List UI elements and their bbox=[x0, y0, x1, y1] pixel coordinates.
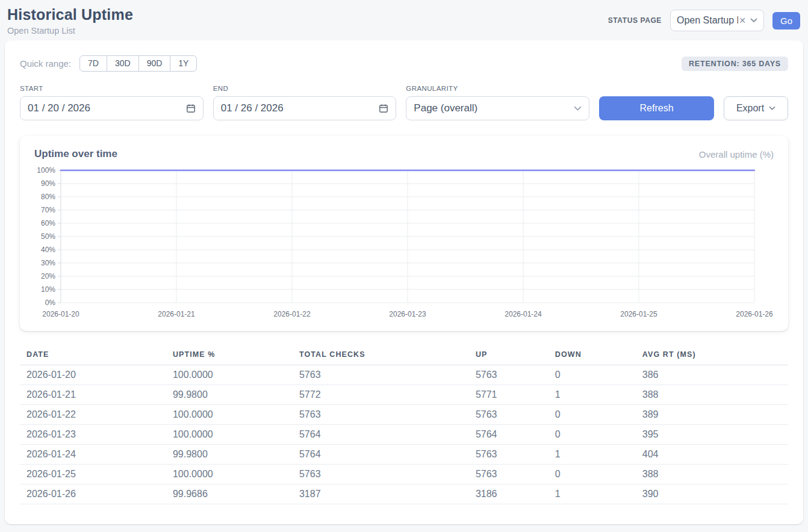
y-axis-label: 40% bbox=[41, 246, 55, 254]
table-cell: 404 bbox=[636, 445, 788, 465]
uptime-table: DATEUPTIME %TOTAL CHECKSUPDOWNAVG RT (MS… bbox=[20, 347, 788, 504]
export-button-label: Export bbox=[736, 103, 764, 114]
y-axis-label: 30% bbox=[41, 259, 55, 267]
table-cell: 100.0000 bbox=[166, 465, 293, 484]
start-date-value: 01 / 20 / 2026 bbox=[28, 102, 90, 114]
chevron-down-icon bbox=[574, 106, 582, 111]
table-row: 2026-01-25100.0000576357630388 bbox=[20, 465, 788, 484]
table-cell: 2026-01-25 bbox=[20, 465, 166, 484]
table-cell: 5771 bbox=[469, 385, 549, 405]
table-cell: 100.0000 bbox=[166, 405, 293, 425]
refresh-button[interactable]: Refresh bbox=[599, 96, 714, 120]
table-cell: 5763 bbox=[293, 405, 469, 425]
y-axis-label: 100% bbox=[37, 166, 55, 175]
table-cell: 390 bbox=[636, 484, 788, 504]
calendar-icon[interactable] bbox=[379, 104, 388, 113]
start-date-field: START 01 / 20 / 2026 bbox=[20, 85, 204, 120]
table-cell: 0 bbox=[549, 405, 636, 425]
table-cell: 2026-01-20 bbox=[20, 365, 166, 385]
start-date-input[interactable]: 01 / 20 / 2026 bbox=[20, 96, 204, 120]
uptime-table-body: 2026-01-20100.00005763576303862026-01-21… bbox=[20, 365, 788, 504]
table-header-row: DATEUPTIME %TOTAL CHECKSUPDOWNAVG RT (MS… bbox=[20, 347, 788, 365]
quick-range-7d-button[interactable]: 7D bbox=[79, 55, 107, 72]
quick-range-label: Quick range: bbox=[20, 58, 71, 69]
table-column-header: UP bbox=[469, 347, 549, 365]
table-cell: 1 bbox=[549, 484, 636, 504]
quick-range-90d-button[interactable]: 90D bbox=[138, 55, 171, 72]
end-date-input[interactable]: 01 / 26 / 2026 bbox=[213, 96, 397, 120]
table-cell: 2026-01-23 bbox=[20, 425, 166, 445]
chart-title: Uptime over time bbox=[34, 148, 117, 160]
y-axis-label: 70% bbox=[41, 206, 55, 214]
export-button[interactable]: Export bbox=[724, 96, 788, 120]
y-axis-label: 60% bbox=[41, 219, 55, 227]
table-cell: 5763 bbox=[293, 365, 469, 385]
table-cell: 1 bbox=[549, 445, 636, 465]
page-title: Historical Uptime bbox=[7, 6, 133, 23]
status-page-label: STATUS PAGE bbox=[608, 16, 662, 25]
granularity-value: Page (overall) bbox=[414, 102, 477, 114]
quick-range-1y-button[interactable]: 1Y bbox=[170, 55, 197, 72]
main-panel: Quick range: 7D 30D 90D 1Y RETENTION: 36… bbox=[5, 40, 803, 524]
y-axis-label: 0% bbox=[45, 298, 56, 307]
table-cell: 395 bbox=[636, 425, 788, 445]
table-cell: 0 bbox=[549, 365, 636, 385]
x-axis-label: 2026-01-22 bbox=[273, 310, 311, 318]
start-label: START bbox=[20, 85, 204, 92]
table-cell: 2026-01-21 bbox=[20, 385, 166, 405]
retention-badge: RETENTION: 365 DAYS bbox=[682, 57, 788, 71]
table-cell: 2026-01-24 bbox=[20, 445, 166, 465]
table-column-header: AVG RT (MS) bbox=[636, 347, 788, 365]
table-cell: 5764 bbox=[469, 425, 549, 445]
status-page-select-value: Open Startup List bbox=[677, 15, 738, 26]
table-cell: 5763 bbox=[469, 465, 549, 484]
y-axis-label: 90% bbox=[41, 179, 55, 188]
x-axis-label: 2026-01-21 bbox=[158, 310, 195, 318]
page-header: Historical Uptime Open Startup List STAT… bbox=[0, 0, 808, 36]
y-axis-label: 20% bbox=[41, 272, 55, 280]
table-cell: 3187 bbox=[293, 484, 469, 504]
table-row: 2026-01-2699.9686318731861390 bbox=[20, 484, 788, 504]
table-cell: 99.9686 bbox=[166, 484, 293, 504]
go-button[interactable]: Go bbox=[772, 12, 800, 29]
table-cell: 5763 bbox=[469, 405, 549, 425]
end-label: END bbox=[213, 85, 397, 92]
table-column-header: TOTAL CHECKS bbox=[293, 347, 469, 365]
table-cell: 5763 bbox=[469, 445, 549, 465]
clear-selection-icon[interactable]: ✕ bbox=[739, 16, 746, 25]
status-page-controls: STATUS PAGE Open Startup List ✕ Go bbox=[608, 10, 800, 31]
table-row: 2026-01-20100.0000576357630386 bbox=[20, 365, 788, 385]
chart-legend: Overall uptime (%) bbox=[699, 149, 774, 159]
table-cell: 5764 bbox=[293, 425, 469, 445]
page-subtitle: Open Startup List bbox=[7, 26, 133, 36]
chevron-down-icon bbox=[750, 18, 757, 23]
y-axis-label: 50% bbox=[41, 232, 55, 241]
table-cell: 386 bbox=[636, 365, 788, 385]
table-cell: 5763 bbox=[293, 465, 469, 484]
table-cell: 2026-01-26 bbox=[20, 484, 166, 504]
end-date-value: 01 / 26 / 2026 bbox=[221, 102, 284, 114]
granularity-select[interactable]: Page (overall) bbox=[406, 96, 589, 120]
table-cell: 0 bbox=[549, 425, 636, 445]
table-cell: 99.9800 bbox=[166, 385, 293, 405]
y-axis-label: 80% bbox=[41, 193, 55, 201]
x-axis-label: 2026-01-24 bbox=[505, 310, 542, 318]
table-cell: 5772 bbox=[293, 385, 469, 405]
table-cell: 100.0000 bbox=[166, 425, 293, 445]
granularity-field: GRANULARITY Page (overall) bbox=[406, 85, 589, 120]
calendar-icon[interactable] bbox=[186, 104, 196, 113]
table-cell: 3186 bbox=[469, 484, 549, 504]
x-axis-label: 2026-01-23 bbox=[389, 310, 426, 318]
chart-panel: Uptime over time Overall uptime (%) 0%10… bbox=[20, 136, 788, 331]
table-cell: 389 bbox=[636, 405, 788, 425]
table-cell: 1 bbox=[549, 385, 636, 405]
chart-header: Uptime over time Overall uptime (%) bbox=[34, 148, 774, 160]
table-cell: 100.0000 bbox=[166, 365, 293, 385]
table-column-header: DATE bbox=[20, 347, 166, 365]
title-block: Historical Uptime Open Startup List bbox=[7, 6, 133, 36]
x-axis-label: 2026-01-20 bbox=[42, 310, 79, 318]
chevron-down-icon bbox=[769, 106, 775, 111]
quick-range-30d-button[interactable]: 30D bbox=[107, 55, 139, 72]
status-page-select[interactable]: Open Startup List ✕ bbox=[670, 10, 764, 31]
uptime-chart-svg: 0%10%20%30%40%50%60%70%80%90%100%2026-01… bbox=[34, 166, 774, 323]
